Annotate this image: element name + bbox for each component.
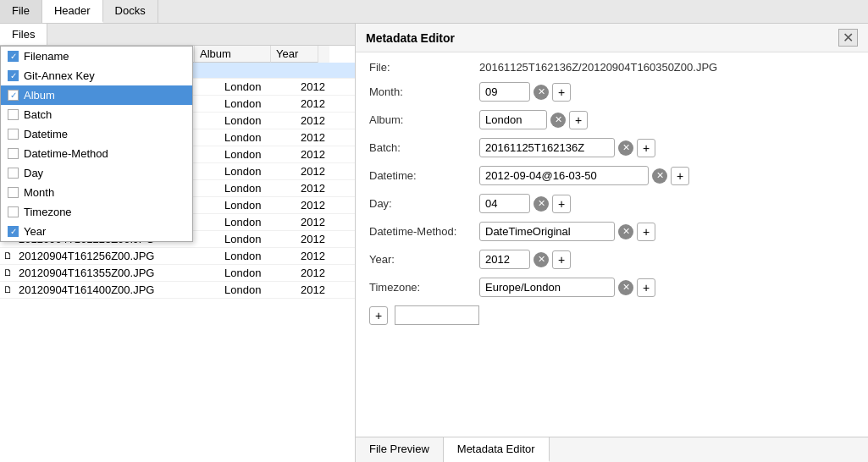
meta-clear-batch-button[interactable]: ✕ [618,140,633,156]
metadata-editor-content: File: 20161125T162136Z/20120904T160350Z0… [356,52,868,437]
meta-field-year: ✕ + [479,250,571,269]
file-year: 2012 [301,267,351,279]
file-album: London [224,233,301,245]
dropdown-label-filename: Filename [24,50,69,63]
dropdown-label-month: Month [24,186,54,199]
meta-input-datetime[interactable] [479,166,649,185]
tab-files[interactable]: Files [0,24,47,45]
dropdown-item-git-annex-key[interactable]: ✓ Git-Annex Key [1,66,192,85]
file-year: 2012 [301,97,351,110]
meta-extra-add-row: + [369,305,854,325]
checkbox-day [8,168,19,179]
meta-add-year-button[interactable]: + [552,250,571,269]
tab-file-preview[interactable]: File Preview [356,437,444,462]
meta-extra-field-input[interactable] [395,305,479,325]
nav-file[interactable]: File [0,0,42,23]
meta-clear-year-button[interactable]: ✕ [534,252,549,267]
dropdown-item-batch[interactable]: Batch [1,105,192,124]
meta-extra-add-button[interactable]: + [369,306,388,325]
nav-header[interactable]: Header [42,0,103,23]
checkbox-batch [8,109,19,120]
meta-add-datetime-method-button[interactable]: + [637,223,655,241]
checkbox-month [8,187,19,198]
file-album: London [224,165,301,178]
dropdown-label-datetime: Datetime [24,128,68,140]
meta-input-timezone[interactable] [479,278,615,297]
dropdown-item-month[interactable]: Month [1,183,192,202]
file-year: 2012 [301,216,351,228]
file-album: London [224,131,301,144]
album-col-header: Album [195,46,271,63]
file-album: London [224,250,301,262]
dropdown-item-timezone[interactable]: Timezone [1,202,192,222]
file-album: London [224,283,301,296]
file-year: 2012 [301,114,351,127]
file-year: 2012 [301,283,351,296]
nav-docks[interactable]: Docks [103,0,158,23]
file-album: London [224,199,301,212]
year-col-header: Year [271,46,318,63]
file-year: 2012 [301,80,351,93]
meta-add-datetime-button[interactable]: + [671,167,689,185]
meta-add-day-button[interactable]: + [552,195,571,213]
metadata-editor-header: Metadata Editor ✕ [356,24,868,52]
dropdown-item-year[interactable]: ✓ Year [1,222,192,241]
meta-field-datetime: ✕ + [479,166,689,185]
dropdown-item-datetime-method[interactable]: Datetime-Method [1,144,192,163]
column-dropdown: ✓ Filename ✓ Git-Annex Key ✓ Album Batch [0,46,193,242]
top-nav: File Header Docks [0,0,868,24]
meta-row-datetime-method: Datetime-Method: ✕ + [369,222,854,241]
meta-clear-datetime-method-button[interactable]: ✕ [618,224,633,239]
meta-clear-timezone-button[interactable]: ✕ [618,280,633,295]
dropdown-item-datetime[interactable]: Datetime [1,124,192,144]
meta-clear-day-button[interactable]: ✕ [534,196,549,212]
meta-add-timezone-button[interactable]: + [637,278,655,297]
dropdown-label-datetime-method: Datetime-Method [24,147,108,160]
file-icon: 🗋 [3,250,15,262]
file-name: 20120904T161355Z00.JPG [19,267,224,279]
file-year: 2012 [301,131,351,144]
checkbox-album: ✓ [8,90,19,101]
meta-label-day: Day: [369,197,479,210]
meta-label-file: File: [369,61,479,74]
meta-add-album-button[interactable]: + [569,111,588,129]
meta-row-batch: Batch: ✕ + [369,138,854,157]
dropdown-item-day[interactable]: Day [1,163,192,183]
meta-label-datetime-method: Datetime-Method: [369,225,479,238]
meta-input-datetime-method[interactable] [479,222,615,241]
scroll-placeholder [318,46,329,63]
file-row[interactable]: 🗋 20120904T161400Z00.JPG London 2012 [0,282,355,299]
meta-clear-month-button[interactable]: ✕ [534,85,549,100]
meta-input-album[interactable] [479,110,547,129]
meta-label-year: Year: [369,253,479,266]
meta-add-month-button[interactable]: + [552,83,571,102]
tab-metadata-editor[interactable]: Metadata Editor [444,437,550,462]
checkbox-datetime [8,129,19,140]
dropdown-label-git-annex-key: Git-Annex Key [24,69,95,82]
dropdown-item-filename[interactable]: ✓ Filename [1,47,192,66]
metadata-editor-title: Metadata Editor [366,31,455,45]
meta-input-day[interactable] [479,194,530,213]
meta-input-batch[interactable] [479,138,615,157]
meta-add-batch-button[interactable]: + [637,139,655,157]
checkbox-year: ✓ [8,226,19,237]
meta-clear-album-button[interactable]: ✕ [550,113,566,128]
right-panel: Metadata Editor ✕ File: 20161125T162136Z… [356,24,868,462]
file-row[interactable]: 🗋 20120904T161355Z00.JPG London 2012 [0,265,355,282]
file-name: 20120904T161400Z00.JPG [19,283,224,296]
meta-field-day: ✕ + [479,194,571,213]
meta-input-year[interactable] [479,250,530,269]
dropdown-item-album[interactable]: ✓ Album [1,85,192,105]
meta-clear-datetime-button[interactable]: ✕ [652,168,667,184]
meta-field-album: ✕ + [479,110,588,129]
file-name: 20120904T161256Z00.JPG [19,250,224,262]
meta-input-month[interactable] [479,82,530,102]
left-panel: Files Filena... Album Year ✓ Filename ✓ [0,24,356,462]
file-album: London [224,267,301,279]
file-row[interactable]: 🗋 20120904T161256Z00.JPG London 2012 [0,248,355,265]
file-icon: 🗋 [3,267,15,279]
metadata-editor-close-button[interactable]: ✕ [838,29,858,47]
meta-label-timezone: Timezone: [369,281,479,294]
bottom-tabs: File Preview Metadata Editor [356,437,868,462]
file-year: 2012 [301,148,351,161]
